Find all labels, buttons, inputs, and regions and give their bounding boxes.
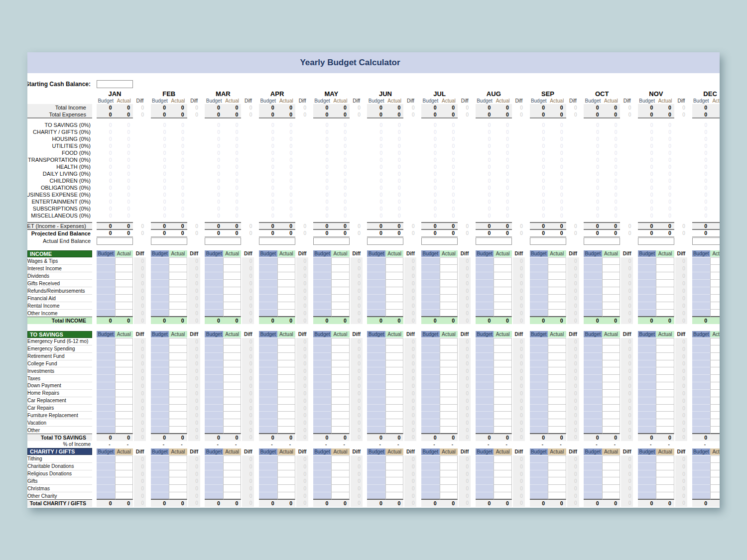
actual-input-cell[interactable] <box>277 455 296 463</box>
actual-input-cell[interactable] <box>548 367 566 375</box>
budget-input-cell[interactable] <box>530 280 548 287</box>
actual-input-cell[interactable] <box>602 412 621 419</box>
budget-input-cell[interactable] <box>638 470 656 478</box>
actual-input-cell[interactable] <box>656 338 674 345</box>
budget-input-cell[interactable] <box>692 265 711 272</box>
budget-input-cell[interactable] <box>205 302 223 310</box>
actual-input-cell[interactable] <box>602 367 621 375</box>
actual-input-cell[interactable] <box>494 367 512 375</box>
actual-input-cell[interactable] <box>331 272 350 280</box>
budget-input-cell[interactable] <box>530 390 548 397</box>
actual-input-cell[interactable] <box>548 492 566 500</box>
budget-input-cell[interactable] <box>151 345 169 353</box>
actual-input-cell[interactable] <box>602 419 621 427</box>
budget-input-cell[interactable] <box>259 353 277 360</box>
budget-input-cell[interactable] <box>530 302 548 310</box>
actual-input-cell[interactable] <box>710 310 720 317</box>
actual-input-cell[interactable] <box>331 287 350 295</box>
actual-input-cell[interactable] <box>494 477 512 485</box>
actual-end-balance-input[interactable] <box>421 237 458 245</box>
budget-input-cell[interactable] <box>584 310 602 317</box>
actual-input-cell[interactable] <box>169 427 187 434</box>
actual-input-cell[interactable] <box>602 455 621 463</box>
budget-input-cell[interactable] <box>692 338 711 345</box>
actual-input-cell[interactable] <box>169 280 187 287</box>
budget-input-cell[interactable] <box>584 485 602 492</box>
budget-input-cell[interactable] <box>313 265 332 272</box>
budget-input-cell[interactable] <box>421 310 440 317</box>
actual-input-cell[interactable] <box>385 302 404 310</box>
actual-input-cell[interactable] <box>385 397 404 405</box>
budget-input-cell[interactable] <box>205 470 223 478</box>
actual-input-cell[interactable] <box>115 412 133 419</box>
actual-input-cell[interactable] <box>494 463 512 470</box>
actual-input-cell[interactable] <box>223 272 242 280</box>
actual-input-cell[interactable] <box>223 405 242 412</box>
budget-input-cell[interactable] <box>584 280 602 287</box>
budget-input-cell[interactable] <box>151 272 169 280</box>
actual-input-cell[interactable] <box>548 477 566 485</box>
actual-input-cell[interactable] <box>331 405 350 412</box>
budget-input-cell[interactable] <box>638 287 656 295</box>
actual-input-cell[interactable] <box>710 360 720 368</box>
budget-input-cell[interactable] <box>151 295 169 302</box>
budget-input-cell[interactable] <box>367 485 385 492</box>
actual-input-cell[interactable] <box>656 287 674 295</box>
actual-input-cell[interactable] <box>331 477 350 485</box>
budget-input-cell[interactable] <box>313 390 332 397</box>
budget-input-cell[interactable] <box>259 419 277 427</box>
budget-input-cell[interactable] <box>692 382 711 390</box>
budget-input-cell[interactable] <box>97 412 115 419</box>
actual-input-cell[interactable] <box>169 338 187 345</box>
budget-input-cell[interactable] <box>313 272 332 280</box>
actual-input-cell[interactable] <box>494 382 512 390</box>
starting-cash-input[interactable] <box>97 80 133 88</box>
budget-input-cell[interactable] <box>259 492 277 500</box>
budget-input-cell[interactable] <box>97 455 115 463</box>
budget-input-cell[interactable] <box>367 470 385 478</box>
actual-input-cell[interactable] <box>602 302 621 310</box>
actual-input-cell[interactable] <box>223 427 242 434</box>
budget-input-cell[interactable] <box>476 302 494 310</box>
actual-input-cell[interactable] <box>169 367 187 375</box>
budget-input-cell[interactable] <box>313 412 332 419</box>
actual-input-cell[interactable] <box>385 390 404 397</box>
budget-input-cell[interactable] <box>692 427 711 434</box>
actual-input-cell[interactable] <box>385 338 404 345</box>
actual-input-cell[interactable] <box>548 375 566 382</box>
actual-input-cell[interactable] <box>602 287 621 295</box>
actual-input-cell[interactable] <box>710 257 720 265</box>
actual-input-cell[interactable] <box>169 345 187 353</box>
budget-input-cell[interactable] <box>367 390 385 397</box>
budget-input-cell[interactable] <box>421 353 440 360</box>
budget-input-cell[interactable] <box>259 382 277 390</box>
actual-input-cell[interactable] <box>548 419 566 427</box>
budget-input-cell[interactable] <box>476 492 494 500</box>
budget-input-cell[interactable] <box>205 367 223 375</box>
actual-input-cell[interactable] <box>277 257 296 265</box>
actual-input-cell[interactable] <box>331 295 350 302</box>
budget-input-cell[interactable] <box>421 463 440 470</box>
actual-input-cell[interactable] <box>548 345 566 353</box>
budget-input-cell[interactable] <box>692 257 711 265</box>
actual-input-cell[interactable] <box>115 265 133 272</box>
actual-input-cell[interactable] <box>385 419 404 427</box>
budget-input-cell[interactable] <box>638 265 656 272</box>
budget-input-cell[interactable] <box>638 412 656 419</box>
budget-input-cell[interactable] <box>638 375 656 382</box>
actual-input-cell[interactable] <box>494 302 512 310</box>
actual-input-cell[interactable] <box>602 265 621 272</box>
budget-input-cell[interactable] <box>584 492 602 500</box>
actual-input-cell[interactable] <box>385 485 404 492</box>
budget-input-cell[interactable] <box>205 295 223 302</box>
budget-input-cell[interactable] <box>313 485 332 492</box>
actual-input-cell[interactable] <box>277 345 296 353</box>
budget-input-cell[interactable] <box>367 367 385 375</box>
budget-input-cell[interactable] <box>259 367 277 375</box>
budget-input-cell[interactable] <box>530 412 548 419</box>
actual-input-cell[interactable] <box>385 367 404 375</box>
budget-input-cell[interactable] <box>259 375 277 382</box>
actual-input-cell[interactable] <box>710 265 720 272</box>
actual-input-cell[interactable] <box>494 353 512 360</box>
actual-input-cell[interactable] <box>115 419 133 427</box>
